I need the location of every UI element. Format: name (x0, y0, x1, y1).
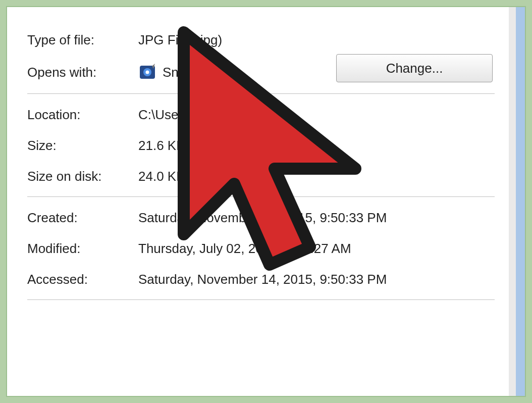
value-location: C:\Users\Us (138, 107, 495, 123)
label-size: Size: (27, 138, 138, 154)
value-size-on-disk: 24.0 KB (24 byte (138, 169, 495, 184)
row-size: Size: 21.6 KB (22 (27, 132, 495, 163)
label-location: Location: (27, 107, 138, 123)
divider-3 (27, 299, 495, 300)
value-created: Saturday, November 14, 2015, 9:50:33 PM (138, 210, 495, 226)
divider-1 (27, 93, 495, 94)
label-opens-with: Opens with: (27, 65, 138, 80)
row-modified: Modified: Thursday, July 02, 2015, 3:17:… (27, 235, 495, 266)
row-type-of-file: Type of file: JPG File (.jpg) (27, 26, 495, 57)
label-created: Created: (27, 210, 138, 226)
label-size-on-disk: Size on disk: (27, 169, 138, 184)
svg-point-2 (146, 71, 149, 74)
value-modified: Thursday, July 02, 2015, 3:17:27 AM (138, 241, 495, 257)
label-type-of-file: Type of file: (27, 32, 138, 48)
change-button[interactable]: Change... (336, 54, 493, 82)
right-stripe-blue (516, 7, 525, 396)
properties-panel: Type of file: JPG File (.jpg) Opens with… (6, 6, 526, 397)
value-type-of-file: JPG File (.jpg) (138, 32, 495, 48)
divider-2 (27, 196, 495, 197)
row-created: Created: Saturday, November 14, 2015, 9:… (27, 204, 495, 235)
value-size: 21.6 KB (22 (138, 138, 495, 154)
label-accessed: Accessed: (27, 272, 138, 287)
row-opens-with: Opens with: Snagit Change... (27, 57, 495, 90)
value-accessed: Saturday, November 14, 2015, 9:50:33 PM (138, 272, 495, 287)
row-location: Location: C:\Users\Us (27, 101, 495, 132)
value-opens-with-app: Snagit (163, 65, 200, 80)
row-size-on-disk: Size on disk: 24.0 KB (24 byte (27, 163, 495, 193)
row-accessed: Accessed: Saturday, November 14, 2015, 9… (27, 266, 495, 296)
right-stripe-gray (509, 7, 516, 396)
snagit-app-icon (138, 63, 156, 81)
label-modified: Modified: (27, 241, 138, 257)
